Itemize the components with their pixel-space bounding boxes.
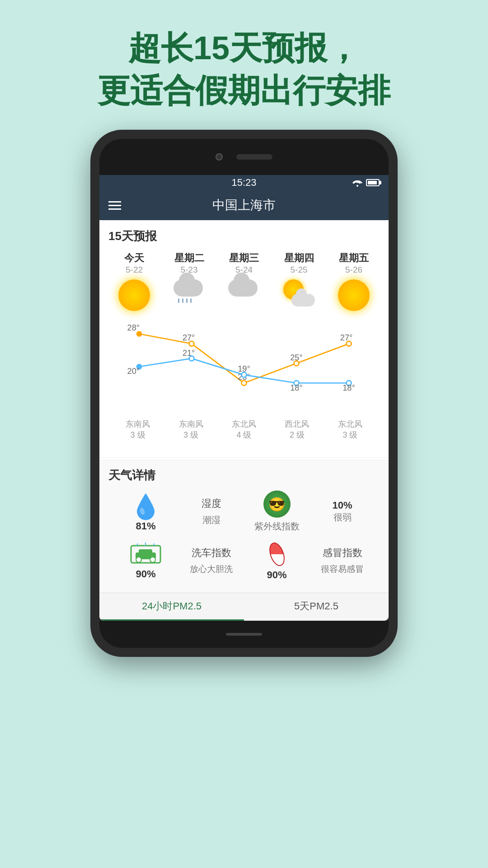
day-col-0: 今天 5-22 (108, 251, 160, 315)
day-name-3: 星期四 (284, 251, 314, 265)
hero-line2: 更适合假期出行安排 (0, 70, 488, 112)
day-col-1: 星期二 5-23 (164, 251, 215, 315)
humidity-label-item: 湿度 潮湿 (178, 497, 244, 526)
front-camera (216, 153, 223, 160)
wind-dir-0: 东南风 (126, 419, 150, 429)
cold-sublabel: 很容易感冒 (321, 563, 364, 575)
phone-container: 15:23 (0, 130, 488, 657)
humidity-label: 湿度 (202, 497, 221, 510)
svg-rect-31 (263, 554, 291, 569)
cold-label: 感冒指数 (323, 546, 362, 560)
weather-icon-3 (283, 279, 315, 311)
humidity-sublabel: 潮湿 (202, 514, 221, 526)
day-name-4: 星期五 (339, 251, 369, 265)
forecast-days: 今天 5-22 星期二 5-23 (108, 251, 380, 315)
menu-button[interactable] (108, 201, 121, 210)
wind-dir-4: 东北风 (338, 419, 362, 429)
day-col-2: 星期三 5-24 (218, 251, 270, 315)
forecast-title: 15天预报 (108, 228, 380, 244)
drop-icon (133, 491, 158, 520)
status-bar: 15:23 (99, 175, 389, 190)
wind-level-0: 3 级 (131, 429, 145, 440)
wind-col-0: 东南风 3 级 (113, 419, 163, 440)
carwash-sublabel: 放心大胆洗 (190, 563, 233, 575)
wind-info: 东南风 3 级 东南风 3 级 东北风 4 级 西北风 2 级 (108, 414, 380, 448)
uv-item: 😎 紫外线指数 (244, 491, 310, 533)
wind-col-2: 东北风 4 级 (219, 419, 269, 440)
day-col-3: 星期四 5-25 (273, 251, 325, 315)
carwash-icon (129, 541, 163, 568)
day-col-4: 星期五 5-26 (328, 251, 380, 315)
wind-col-4: 东北风 3 级 (325, 419, 375, 440)
status-icons (352, 179, 380, 187)
weather-icon-2 (228, 279, 260, 311)
weather-icon-1 (174, 279, 205, 311)
svg-rect-23 (139, 549, 152, 555)
svg-text:27°: 27° (183, 333, 195, 342)
weather-icon-0 (118, 279, 150, 311)
wifi-icon (352, 179, 362, 187)
day-name-0: 今天 (124, 251, 144, 265)
wind-dir-2: 东北风 (232, 419, 256, 429)
forecast-section: 15天预报 今天 5-22 星期二 5-23 (99, 220, 389, 456)
hero-line1: 超长15天预报， (0, 27, 488, 70)
pill-value: 90% (267, 569, 286, 581)
details-section: 天气详情 81% 湿度 潮湿 (99, 460, 389, 593)
pill-item: 90% (244, 540, 310, 581)
svg-text:28°: 28° (127, 323, 140, 332)
uv-label: 紫外线指数 (254, 520, 300, 533)
app-header: 中国上海市 (99, 190, 389, 220)
uv-sublabel: 很弱 (333, 511, 352, 524)
svg-text:18°: 18° (290, 383, 302, 392)
uv-icon: 😎 (263, 491, 291, 518)
phone-top-bar (99, 139, 389, 175)
svg-text:20°: 20° (127, 367, 140, 376)
home-button[interactable] (226, 633, 262, 636)
day-name-2: 星期三 (229, 251, 259, 265)
svg-point-24 (136, 557, 141, 562)
wind-level-1: 3 级 (183, 429, 198, 440)
day-name-1: 星期二 (174, 251, 204, 265)
wind-col-1: 东南风 3 级 (166, 419, 216, 440)
carwash-item: 90% (113, 541, 178, 580)
status-time: 15:23 (231, 177, 256, 189)
app-city-title: 中国上海市 (212, 197, 276, 214)
phone-speaker (236, 154, 272, 160)
svg-text:25°: 25° (290, 353, 302, 362)
tab-24h-pm25[interactable]: 24小时PM2.5 (99, 593, 244, 621)
svg-text:27°: 27° (340, 333, 352, 342)
section-divider (99, 458, 389, 458)
weather-icon-4 (338, 279, 370, 311)
wind-dir-3: 西北风 (285, 419, 309, 429)
phone-body: 15:23 (90, 130, 398, 657)
carwash-label: 洗车指数 (192, 546, 231, 560)
svg-text:18°: 18° (343, 383, 355, 392)
humidity-value: 81% (136, 520, 155, 532)
humidity-item: 81% (113, 491, 178, 532)
wind-dir-1: 东南风 (179, 419, 203, 429)
hero-title: 超长15天预报， 更适合假期出行安排 (0, 0, 488, 130)
bottom-tabs: 24小时PM2.5 5天PM2.5 (99, 593, 389, 621)
svg-point-25 (150, 557, 155, 562)
day-date-3: 5-25 (290, 265, 307, 275)
day-date-4: 5-26 (345, 265, 362, 275)
phone-bottom-bar (99, 621, 389, 648)
uv-value-item: 10% 很弱 (310, 500, 375, 524)
uv-value: 10% (332, 500, 352, 511)
phone-screen: 15:23 (99, 175, 389, 621)
svg-text:21°: 21° (183, 349, 195, 358)
carwash-value: 90% (136, 568, 155, 580)
tab-5day-pm25[interactable]: 5天PM2.5 (244, 593, 389, 621)
wind-level-2: 4 级 (236, 429, 251, 440)
day-date-0: 5-22 (126, 265, 143, 275)
battery-icon (366, 179, 380, 186)
svg-text:19°: 19° (238, 364, 250, 373)
wind-col-3: 西北风 2 级 (272, 419, 322, 440)
cold-label-item: 感冒指数 很容易感冒 (310, 546, 375, 575)
carwash-label-item: 洗车指数 放心大胆洗 (178, 546, 244, 575)
wind-level-4: 3 级 (343, 429, 357, 440)
pill-icon (263, 540, 291, 569)
temperature-chart: 28° 27° 23° 25° 27° (108, 315, 380, 414)
wind-level-3: 2 级 (290, 429, 305, 440)
details-title: 天气详情 (108, 467, 380, 483)
